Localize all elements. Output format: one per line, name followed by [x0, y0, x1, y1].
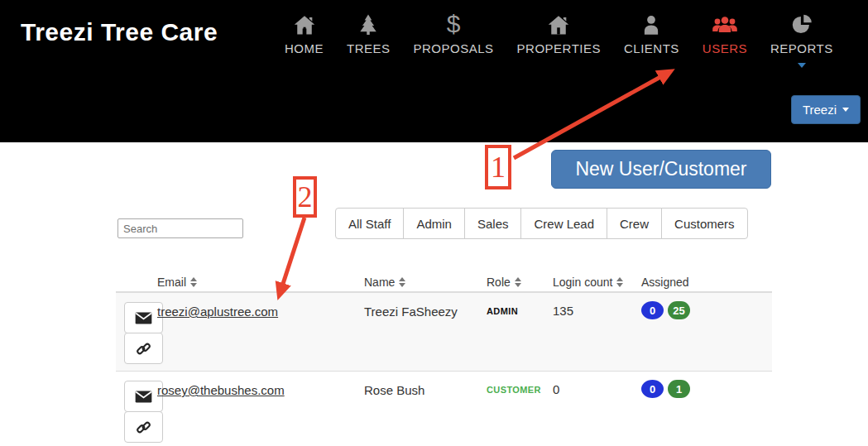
nav-item-users[interactable]: USERS	[703, 12, 747, 55]
tab-admin[interactable]: Admin	[403, 208, 465, 239]
row-assigned: 0 25	[641, 293, 772, 371]
assigned-count-badge[interactable]: 25	[668, 301, 690, 319]
tab-sales[interactable]: Sales	[464, 208, 522, 239]
nav-label-properties: PROPERTIES	[517, 41, 601, 55]
house-icon	[547, 12, 570, 36]
search-input[interactable]	[117, 218, 243, 238]
nav-label-reports: REPORTS	[770, 41, 833, 55]
sort-icon	[616, 277, 623, 287]
assigned-count-badge[interactable]: 0	[641, 301, 664, 319]
row-login-count: 135	[553, 293, 641, 371]
user-menu-label: Treezi	[803, 103, 837, 117]
tab-all-staff[interactable]: All Staff	[335, 208, 404, 239]
row-login-count: 0	[553, 372, 641, 446]
link-icon	[136, 341, 151, 357]
link-icon	[136, 420, 151, 435]
tab-customers[interactable]: Customers	[661, 208, 748, 239]
chevron-down-icon	[842, 108, 849, 112]
role-badge: ADMIN	[487, 293, 553, 371]
role-badge: CUSTOMER	[487, 372, 553, 446]
nav-item-proposals[interactable]: $ PROPOSALS	[414, 12, 494, 55]
email-link[interactable]: treezi@aplustree.com	[157, 305, 278, 319]
row-actions	[116, 372, 157, 446]
app-root: Treezi Tree Care HOME TREES $ PROPOSALS	[0, 0, 868, 446]
nav-item-reports[interactable]: REPORTS	[770, 12, 833, 68]
people-group-icon	[711, 12, 739, 36]
row-name: Rose Bush	[364, 372, 487, 446]
sort-icon	[515, 277, 521, 287]
row-assigned: 0 1	[641, 372, 772, 446]
header-role[interactable]: Role	[487, 276, 553, 289]
header-assigned: Assigned	[641, 276, 772, 289]
nav-item-trees[interactable]: TREES	[347, 12, 391, 55]
annotation-step-1: 1	[485, 145, 511, 189]
nav-label-proposals: PROPOSALS	[414, 41, 494, 55]
user-menu-button[interactable]: Treezi	[791, 95, 861, 124]
nav-item-home[interactable]: HOME	[285, 12, 324, 55]
envelope-icon	[135, 312, 152, 324]
tab-crew[interactable]: Crew	[607, 208, 662, 239]
header-email[interactable]: Email	[157, 276, 364, 289]
row-email: rosey@thebushes.com	[157, 372, 364, 446]
nav-item-properties[interactable]: PROPERTIES	[517, 12, 601, 55]
top-navbar: Treezi Tree Care HOME TREES $ PROPOSALS	[0, 0, 868, 142]
new-user-customer-button[interactable]: New User/Customer	[551, 150, 771, 189]
nav-label-users: USERS	[703, 41, 747, 55]
table-row: treezi@aplustree.com Treezi FaSheezy ADM…	[116, 293, 772, 372]
nav-item-clients[interactable]: CLIENTS	[624, 12, 679, 55]
dollar-icon: $	[447, 12, 461, 36]
tab-crew-lead[interactable]: Crew Lead	[520, 208, 607, 239]
table-row: rosey@thebushes.com Rose Bush CUSTOMER 0…	[116, 372, 772, 446]
annotation-step-2: 2	[293, 176, 317, 218]
email-link[interactable]: rosey@thebushes.com	[157, 383, 285, 397]
nav-label-clients: CLIENTS	[624, 41, 679, 55]
header-login-count[interactable]: Login count	[553, 276, 641, 289]
main-nav: HOME TREES $ PROPOSALS PROPERTIES	[285, 12, 833, 68]
person-icon	[640, 12, 662, 36]
user-filter-tabs: All Staff Admin Sales Crew Lead Crew Cus…	[335, 208, 748, 239]
nav-label-trees: TREES	[347, 41, 391, 55]
sort-icon	[399, 277, 405, 287]
header-name[interactable]: Name	[364, 276, 487, 289]
assigned-count-badge[interactable]: 0	[641, 380, 664, 398]
row-name: Treezi FaSheezy	[364, 293, 487, 371]
nav-label-home: HOME	[285, 41, 324, 55]
reports-caret-down-icon	[798, 63, 806, 68]
table-header-row: Email Name Role Login count Assigned	[116, 273, 772, 293]
brand-title: Treezi Tree Care	[21, 18, 218, 46]
users-table: Email Name Role Login count Assigned	[116, 273, 772, 446]
home-icon	[293, 12, 316, 36]
tree-icon	[357, 12, 379, 36]
sort-icon	[190, 277, 197, 287]
row-actions	[116, 293, 157, 371]
pie-chart-icon	[790, 12, 813, 36]
assigned-count-badge[interactable]: 1	[668, 380, 690, 398]
envelope-icon	[135, 391, 152, 403]
row-email: treezi@aplustree.com	[157, 293, 364, 371]
